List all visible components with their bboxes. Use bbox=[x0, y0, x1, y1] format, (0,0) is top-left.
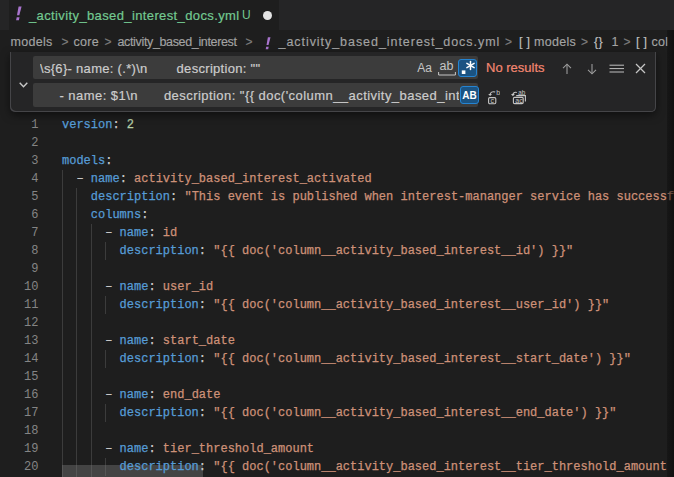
svg-text:b: b bbox=[496, 90, 500, 96]
svg-text:ab: ab bbox=[518, 90, 526, 96]
svg-text:ac: ac bbox=[515, 97, 523, 104]
svg-text:c: c bbox=[490, 97, 494, 104]
